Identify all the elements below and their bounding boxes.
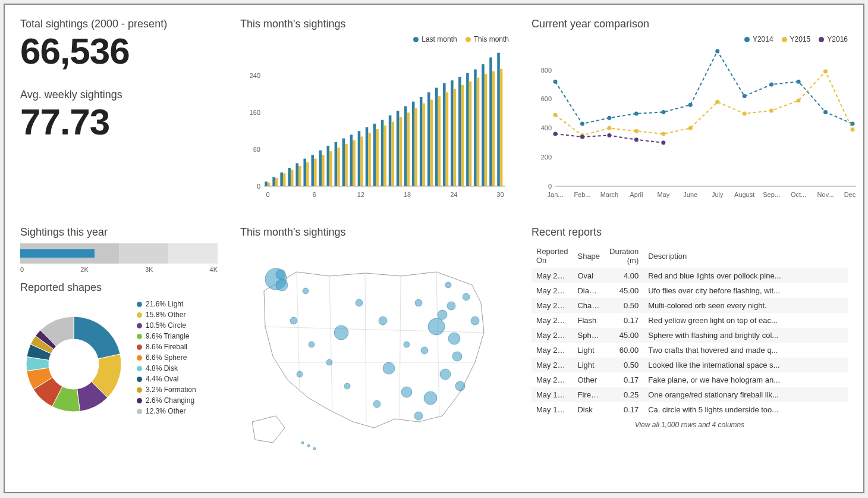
svg-rect-62 bbox=[477, 77, 480, 186]
svg-text:Oct...: Oct... bbox=[791, 191, 806, 198]
svg-rect-9 bbox=[303, 159, 306, 186]
svg-rect-6 bbox=[280, 173, 283, 186]
donut-legend-item: 4.4% Oval bbox=[137, 374, 196, 384]
svg-point-138 bbox=[452, 352, 462, 361]
svg-rect-29 bbox=[458, 77, 461, 186]
svg-point-136 bbox=[447, 302, 455, 310]
svg-rect-15 bbox=[350, 134, 353, 186]
line-chart[interactable]: 0200400600800Jan...Feb...MarchAprilMayJu… bbox=[532, 46, 856, 201]
donut-legend-item: 3.2% Formation bbox=[137, 384, 196, 395]
table-header[interactable]: Duration (m) bbox=[605, 243, 643, 268]
svg-text:600: 600 bbox=[541, 95, 552, 102]
svg-point-133 bbox=[415, 299, 422, 306]
svg-rect-45 bbox=[345, 144, 348, 186]
legend-item: Last month bbox=[413, 35, 457, 43]
table-header[interactable]: Shape bbox=[573, 243, 605, 268]
bar-chart[interactable]: 0801602400612182430 bbox=[240, 46, 508, 201]
svg-rect-14 bbox=[342, 139, 345, 186]
table-row[interactable]: May 21, 2016Light0.50Looked like the int… bbox=[532, 358, 848, 372]
bullet-chart[interactable] bbox=[20, 243, 218, 264]
bar-chart-legend: Last monthThis month bbox=[240, 35, 509, 43]
svg-text:May: May bbox=[657, 191, 669, 198]
table-header[interactable]: Reported On bbox=[532, 243, 573, 268]
kpi-total-label: Total sightings (2000 - present) bbox=[20, 18, 218, 30]
legend-item: This month bbox=[466, 35, 509, 43]
svg-point-134 bbox=[428, 318, 445, 335]
svg-rect-21 bbox=[397, 111, 400, 186]
svg-point-83 bbox=[688, 103, 693, 107]
donut-legend-item: 8.6% Fireball bbox=[137, 342, 196, 352]
kpi-avg: Avg. weekly sightings 77.73 bbox=[20, 89, 218, 142]
svg-rect-60 bbox=[461, 85, 464, 186]
svg-text:400: 400 bbox=[541, 124, 552, 131]
svg-point-141 bbox=[414, 412, 423, 420]
svg-point-140 bbox=[424, 391, 437, 405]
svg-rect-64 bbox=[492, 71, 495, 186]
svg-rect-43 bbox=[329, 151, 332, 186]
table-row[interactable]: May 18, 2016Fireball0.25One orange/red s… bbox=[532, 387, 848, 402]
table-row[interactable]: May 28, 2016Diamond45.00Ufo flies over c… bbox=[532, 283, 848, 298]
svg-text:Nov...: Nov... bbox=[817, 191, 834, 198]
svg-rect-59 bbox=[454, 89, 457, 186]
reports-table[interactable]: Reported OnShapeDuration (m)Description … bbox=[532, 243, 848, 417]
svg-point-139 bbox=[440, 369, 451, 380]
svg-rect-19 bbox=[381, 120, 384, 186]
table-header[interactable]: Description bbox=[643, 243, 848, 268]
svg-rect-32 bbox=[482, 64, 485, 186]
left-bottom-panel: Sightings this year 02K3K4K Reported sha… bbox=[12, 220, 226, 485]
svg-rect-31 bbox=[474, 70, 477, 186]
donut-chart[interactable] bbox=[20, 299, 127, 418]
table-row[interactable]: May 22, 2016Light60.00Two crafts that ho… bbox=[532, 343, 848, 358]
svg-rect-50 bbox=[383, 126, 386, 186]
table-row[interactable]: May 15, 2016Disk0.17Ca. circle with 5 li… bbox=[532, 402, 848, 417]
svg-rect-44 bbox=[337, 148, 340, 186]
legend-item: Y2016 bbox=[819, 35, 848, 43]
svg-rect-41 bbox=[314, 159, 317, 186]
table-row[interactable]: May 20, 2016Other0.17Fake plane, or we h… bbox=[532, 372, 848, 387]
svg-point-120 bbox=[301, 441, 304, 444]
donut-legend: 21.6% Light15.8% Other10.5% Circle9.6% T… bbox=[137, 299, 196, 416]
kpi-total: Total sightings (2000 - present) 66,536 bbox=[20, 18, 218, 71]
svg-rect-58 bbox=[446, 92, 449, 186]
kpi-avg-label: Avg. weekly sightings bbox=[20, 89, 218, 101]
svg-text:30: 30 bbox=[496, 191, 504, 198]
svg-point-128 bbox=[334, 325, 348, 340]
svg-rect-26 bbox=[435, 88, 438, 186]
svg-rect-25 bbox=[427, 92, 430, 186]
table-row[interactable]: May 23, 2016Sphere45.00Sphere with flash… bbox=[532, 328, 848, 343]
svg-text:160: 160 bbox=[250, 109, 260, 116]
table-header-row: Reported OnShapeDuration (m)Description bbox=[532, 243, 848, 268]
svg-text:24: 24 bbox=[450, 191, 457, 198]
line-chart-legend: Y2014Y2015Y2016 bbox=[532, 35, 848, 43]
map-panel: This month's sightings bbox=[232, 220, 517, 485]
svg-point-142 bbox=[455, 381, 465, 391]
svg-rect-48 bbox=[368, 133, 371, 186]
table-row[interactable]: May 26, 2016Changing0.50Multi-colored or… bbox=[532, 298, 848, 313]
us-map[interactable] bbox=[240, 243, 508, 458]
svg-rect-56 bbox=[430, 100, 433, 186]
table-row[interactable]: May 29, 2016Oval4.00Red and blue lights … bbox=[532, 268, 848, 283]
line-chart-panel: Current year comparison Y2014Y2015Y2016 … bbox=[523, 12, 856, 214]
svg-point-147 bbox=[404, 342, 410, 347]
legend-item: Y2015 bbox=[782, 35, 811, 43]
svg-point-126 bbox=[290, 317, 297, 324]
svg-rect-30 bbox=[466, 73, 469, 186]
table-row[interactable]: May 25, 2016Flash0.17Red yellow green li… bbox=[532, 313, 848, 328]
svg-point-125 bbox=[276, 270, 285, 279]
svg-text:Sep...: Sep... bbox=[763, 191, 780, 198]
svg-rect-34 bbox=[497, 53, 500, 186]
svg-point-135 bbox=[438, 310, 447, 320]
svg-rect-33 bbox=[489, 57, 492, 186]
svg-rect-4 bbox=[265, 181, 268, 186]
svg-rect-27 bbox=[443, 83, 446, 186]
svg-text:200: 200 bbox=[541, 154, 552, 161]
view-all-link[interactable]: View all 1,000 rows and 4 columns bbox=[532, 421, 848, 429]
svg-rect-5 bbox=[272, 177, 275, 186]
svg-rect-55 bbox=[423, 104, 426, 186]
svg-rect-18 bbox=[373, 124, 376, 186]
bar-chart-panel: This month's sightings Last monthThis mo… bbox=[232, 12, 517, 214]
dashboard: Total sightings (2000 - present) 66,536 … bbox=[4, 4, 864, 493]
donut-legend-item: 2.6% Changing bbox=[137, 395, 196, 406]
svg-point-144 bbox=[471, 317, 479, 325]
svg-point-145 bbox=[445, 282, 451, 288]
